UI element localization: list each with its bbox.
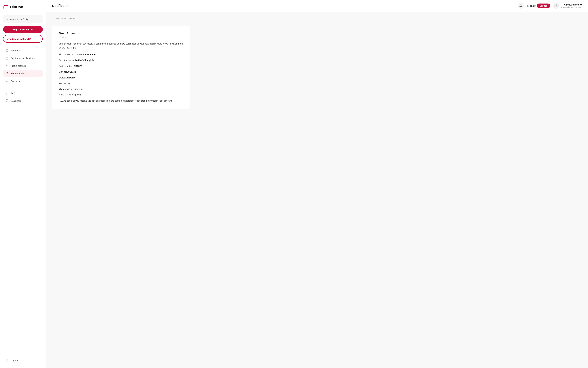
back-to-notifications-link[interactable]: ← Back to notifications bbox=[52, 17, 582, 20]
field-label: Suite number: bbox=[59, 65, 74, 67]
ps-bold: P.S. bbox=[59, 99, 64, 102]
field-value: 19726 bbox=[64, 82, 70, 85]
sidebar-item-profile-settings[interactable]: Profile settings bbox=[3, 62, 43, 69]
field-label-bold: Phone: bbox=[59, 88, 67, 91]
field-label: ZIP: bbox=[59, 82, 64, 85]
notification-ps: P.S. As soon as you receive the track nu… bbox=[59, 99, 183, 103]
sidebar-item-label: Buy for me applications bbox=[11, 57, 35, 59]
field-value: (973) 253-0050 bbox=[67, 88, 83, 91]
bell-header-icon bbox=[519, 4, 522, 7]
field-street: Street address: 78 McCullough Dr. bbox=[59, 58, 183, 62]
logo-icon bbox=[3, 4, 9, 10]
sidebar-item-label: My orders bbox=[11, 49, 21, 52]
register-new-order-button[interactable]: Register new order bbox=[3, 26, 43, 33]
sidebar-item-contacts[interactable]: Contacts bbox=[3, 78, 43, 85]
field-value: 78 McCullough Dr. bbox=[75, 59, 95, 62]
content-area: ← Back to notifications Dear Adiya 30.08… bbox=[46, 12, 588, 368]
field-value: DD0575 bbox=[74, 65, 82, 67]
rate-star-icon: ☆ bbox=[6, 18, 8, 21]
field-label: First name, Last name: bbox=[59, 53, 83, 56]
main-nav: My orders Buy for me applications bbox=[3, 47, 43, 104]
svg-point-3 bbox=[6, 65, 8, 66]
field-full-name: First name, Last name: Alena Raunt bbox=[59, 53, 183, 56]
notification-intro: Your account has been successfully confi… bbox=[59, 42, 183, 50]
balance-section: $ $0,00 Deposit bbox=[527, 3, 550, 8]
svg-rect-7 bbox=[6, 100, 8, 102]
sidebar-item-notifications[interactable]: Notifications bbox=[3, 70, 43, 77]
svg-point-4 bbox=[6, 80, 7, 81]
field-value: Delaware bbox=[65, 76, 76, 79]
svg-point-17 bbox=[556, 5, 557, 6]
field-city: City: New Castle bbox=[59, 70, 183, 74]
deposit-button[interactable]: Deposit bbox=[537, 3, 550, 8]
help-circle-icon bbox=[5, 92, 9, 95]
dollar-icon: $ bbox=[527, 4, 529, 8]
notification-card: Dear Adiya 30.08.2022 Your account has b… bbox=[52, 26, 190, 109]
bell-icon bbox=[5, 72, 9, 75]
logo: DinDon bbox=[3, 4, 43, 10]
field-value: Alena Raunt bbox=[83, 53, 96, 56]
my-address-button[interactable]: My address in the USA › bbox=[3, 35, 43, 43]
sidebar-item-label: Calculator bbox=[11, 100, 21, 102]
sidebar-item-label: Notifications bbox=[11, 72, 25, 75]
user-name: Adiya Akhmetova bbox=[561, 3, 582, 6]
sidebar-item-label: Profile settings bbox=[11, 64, 26, 67]
user-avatar bbox=[553, 3, 559, 9]
sidebar: DinDon ☆ Your rate: $13 / kg Register ne… bbox=[0, 0, 46, 368]
rate-box: ☆ Your rate: $13 / kg bbox=[3, 15, 43, 23]
user-icon bbox=[5, 64, 9, 67]
svg-rect-0 bbox=[4, 6, 8, 9]
sidebar-item-my-orders[interactable]: My orders bbox=[3, 47, 43, 54]
user-avatar-icon bbox=[554, 4, 558, 8]
arrow-left-icon: ← bbox=[52, 17, 55, 20]
sidebar-item-label: FAQ bbox=[11, 92, 15, 94]
balance-amount: $0,00 bbox=[530, 5, 536, 7]
sidebar-item-faq[interactable]: FAQ bbox=[3, 90, 43, 97]
field-state: State: Delaware bbox=[59, 76, 183, 80]
field-zip: ZIP: 19726 bbox=[59, 82, 183, 85]
user-section: Adiya Akhmetova a_akhmetova@gmail.com bbox=[553, 3, 582, 9]
box-icon bbox=[5, 49, 9, 52]
field-value: New Castle bbox=[64, 71, 76, 73]
logo-text: DinDon bbox=[10, 5, 23, 9]
field-suite: Suite number: DD0575 bbox=[59, 64, 183, 68]
svg-point-5 bbox=[6, 92, 8, 94]
page-title: Notificatins bbox=[52, 4, 70, 8]
notifications-bell-button[interactable] bbox=[518, 3, 524, 9]
rate-label: Your rate: $13 / kg bbox=[10, 18, 29, 20]
logout-label: Log out bbox=[11, 359, 18, 362]
sidebar-item-label: Contacts bbox=[11, 80, 20, 83]
chevron-right-icon: › bbox=[39, 37, 39, 40]
field-phone: Phone: (973) 253-0050 bbox=[59, 87, 183, 91]
field-label: State: bbox=[59, 76, 65, 79]
notification-nice-shopping: Have a nice shopping! bbox=[59, 93, 183, 96]
header: Notificatins $ $0,00 Deposit bbox=[46, 0, 588, 12]
calculator-icon bbox=[5, 99, 9, 102]
field-label: Street address: bbox=[59, 59, 75, 62]
sidebar-bottom: Log out bbox=[3, 349, 43, 364]
sidebar-item-calculator[interactable]: Calculator bbox=[3, 97, 43, 104]
user-info: Adiya Akhmetova a_akhmetova@gmail.com bbox=[561, 3, 582, 8]
notification-date: 30.08.2022 bbox=[59, 36, 183, 38]
sidebar-item-logout[interactable]: Log out bbox=[3, 357, 43, 364]
main-area: Notificatins $ $0,00 Deposit bbox=[46, 0, 588, 368]
user-email: a_akhmetova@gmail.com bbox=[561, 6, 582, 8]
sidebar-item-buy-for-me[interactable]: Buy for me applications bbox=[3, 55, 43, 62]
field-label: City: bbox=[59, 71, 64, 73]
notification-greeting: Dear Adiya bbox=[59, 32, 183, 35]
logout-icon bbox=[5, 359, 9, 362]
shopping-bag-icon bbox=[5, 56, 9, 60]
header-right: $ $0,00 Deposit Adiya Akhmetova a_akhmet… bbox=[518, 3, 582, 9]
users-icon bbox=[5, 79, 9, 83]
